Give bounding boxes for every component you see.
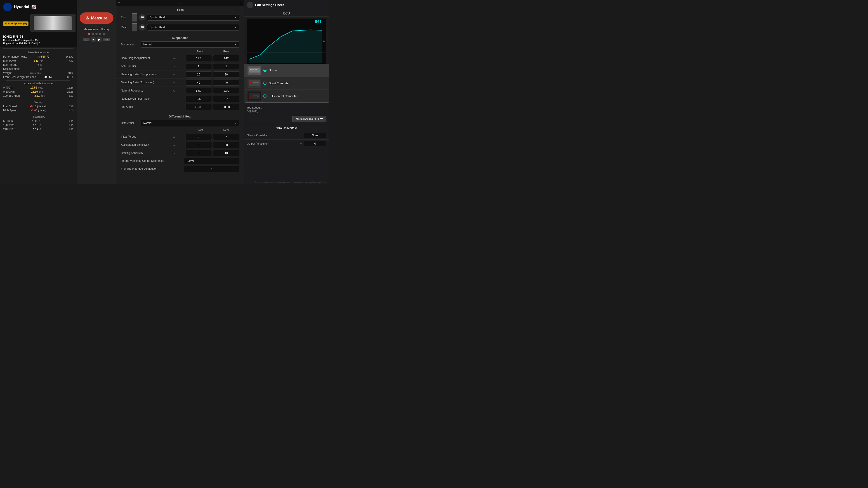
accel-sens-rear[interactable]: 20 bbox=[213, 142, 239, 148]
r400-row: 0-400 m 12.56 sec. 12.56 bbox=[3, 86, 73, 90]
suspension-section-header: Suspension bbox=[116, 34, 244, 40]
front-tire-row: Front SH Sports: Hard ▼ bbox=[116, 12, 244, 22]
neg-camber-rear[interactable]: 1.5 bbox=[213, 96, 239, 102]
warning-icon: ⚠ bbox=[86, 15, 89, 21]
toe-front[interactable]: ↕ 0.00 bbox=[186, 104, 212, 110]
neg-camber-row: Negative Camber Angle ° 0.5 1.5 bbox=[116, 95, 244, 103]
front-tire-select[interactable]: Sports: Hard ▼ bbox=[147, 14, 239, 21]
ecu-option-full[interactable]: Full Control Computer bbox=[244, 90, 329, 102]
body-height-front[interactable]: 142 bbox=[186, 55, 212, 61]
damping-comp-rear[interactable]: 20 bbox=[213, 71, 239, 77]
next-arrow[interactable]: ▶ bbox=[97, 37, 102, 42]
tires-section-header: Tires bbox=[116, 6, 244, 12]
toe-angle-unit: ° bbox=[173, 106, 185, 108]
svg-point-4 bbox=[63, 26, 65, 28]
svg-text:641: 641 bbox=[315, 20, 322, 24]
damping-exp-rear[interactable]: 40 bbox=[213, 79, 239, 86]
accel-sens-label: Acceleration Sensitivity bbox=[121, 143, 173, 147]
anti-roll-rear[interactable]: 1 bbox=[213, 63, 239, 69]
th-param bbox=[121, 50, 174, 53]
accel-sens-front[interactable]: 0 bbox=[186, 142, 212, 148]
body-height-rear[interactable]: 142 bbox=[213, 55, 239, 61]
tvcd-value[interactable]: Normal bbox=[184, 158, 239, 164]
nat-freq-rear[interactable]: 1.80 bbox=[213, 88, 239, 94]
low-speed-extra: -0.15 bbox=[60, 105, 73, 108]
diff-select-row: Differential Normal ▼ bbox=[116, 119, 244, 128]
displacement-value: - cc bbox=[37, 67, 42, 70]
ecu-menu-dots[interactable]: ••• bbox=[247, 2, 253, 8]
stats-section: Base Performance Performance Points PP 5… bbox=[0, 50, 76, 184]
diff-dropdown-arrow: ▼ bbox=[235, 122, 237, 125]
measure-button[interactable]: ⚠ Measure bbox=[80, 12, 114, 24]
prev-arrow[interactable]: ◀ bbox=[91, 37, 96, 42]
ecu-option-normal[interactable]: Normal bbox=[244, 64, 329, 77]
ecu-dropdown-overlay: Normal Sport Computer bbox=[244, 64, 329, 103]
max-power-label: Max Power bbox=[3, 59, 17, 62]
nitrous-output-unit: % bbox=[301, 142, 303, 145]
r100150-row: 100-150 km/h 3.31 sec. 3.31 bbox=[3, 94, 73, 98]
pp-row: Performance Points PP 568.72 568.72 bbox=[3, 55, 73, 59]
neg-camber-front[interactable]: 0.5 bbox=[186, 96, 212, 102]
ecu-option-sport[interactable]: Sport Computer bbox=[244, 77, 329, 90]
meas-dot-2 bbox=[92, 33, 94, 35]
topbar-left-icon: ≡ bbox=[118, 1, 120, 5]
diff-th-front: Front bbox=[187, 129, 213, 132]
brand-name: Hyundai bbox=[14, 5, 29, 9]
r60-value: 1.11 G bbox=[32, 120, 40, 123]
measurement-nav: L1 ◀ ▶ R1 bbox=[83, 37, 110, 42]
suspension-label: Suspension bbox=[121, 43, 139, 46]
svg-point-26 bbox=[250, 95, 252, 97]
rear-tire-select[interactable]: Sports: Hard ▼ bbox=[147, 24, 239, 31]
ecu-top-bar: ••• Edit Settings Sheet bbox=[244, 0, 329, 10]
anti-roll-front[interactable]: 1 bbox=[186, 63, 212, 69]
base-perf-title: Base Performance bbox=[3, 51, 73, 54]
svg-rect-17 bbox=[252, 69, 254, 70]
meas-dot-3 bbox=[95, 33, 98, 35]
r1-label: R1 bbox=[103, 38, 110, 41]
r60-label: 60 km/h bbox=[3, 120, 13, 123]
toe-rear[interactable]: ↕ 0.20 bbox=[213, 104, 239, 110]
th-rear: Rear bbox=[213, 50, 239, 53]
damping-exp-label: Damping Ratio (Expansion) bbox=[121, 81, 173, 85]
nat-freq-front[interactable]: 1.60 bbox=[186, 88, 212, 94]
nitrous-row: Nitrous/Overtake None bbox=[244, 131, 329, 140]
r100150-label: 100-150 km/h bbox=[3, 94, 20, 97]
brake-sens-rear[interactable]: 10 bbox=[213, 150, 239, 156]
init-torque-front[interactable]: 0 bbox=[186, 134, 212, 140]
brand-logo: H bbox=[3, 3, 12, 11]
neg-camber-label: Negative Camber Angle bbox=[121, 97, 173, 101]
accel-perf-title: Acceleration Performance bbox=[3, 82, 73, 85]
max-power-row: Max Power 641 HP 641 bbox=[3, 59, 73, 63]
fr-torque-label: Front/Rear Torque Distribution bbox=[121, 167, 171, 171]
topbar-menu-icon[interactable]: ☰ bbox=[239, 1, 242, 5]
svg-point-1 bbox=[39, 25, 44, 29]
nitrous-value[interactable]: None bbox=[304, 133, 327, 138]
suspension-select-row: Suspension Normal ▼ bbox=[116, 40, 244, 49]
th-unit bbox=[174, 50, 187, 53]
svg-point-2 bbox=[40, 26, 43, 28]
suspension-dropdown[interactable]: Normal ▼ bbox=[141, 41, 239, 48]
fr-torque-value[interactable]: - : - bbox=[184, 166, 239, 172]
displacement-label: Displacement bbox=[3, 67, 20, 70]
damping-exp-front[interactable]: 40 bbox=[186, 79, 212, 86]
ecu-full-label: Full Control Computer bbox=[269, 94, 298, 98]
manual-adj-button[interactable]: Manual Adjustment ••• bbox=[292, 116, 327, 122]
ecu-normal-img bbox=[248, 66, 261, 75]
max-power-extra: 641 bbox=[60, 59, 73, 62]
brake-sens-front[interactable]: 0 bbox=[186, 150, 212, 156]
weight-extra: 4872 bbox=[60, 72, 73, 74]
pp-extra: 568.72 bbox=[60, 55, 73, 58]
high-speed-extra: -1.00 bbox=[60, 109, 73, 112]
rear-tire-badge: SH bbox=[139, 24, 145, 31]
damping-comp-front[interactable]: 20 bbox=[186, 71, 212, 77]
diff-label: Differential bbox=[121, 122, 139, 125]
diff-dropdown[interactable]: Normal ▼ bbox=[141, 120, 239, 126]
nitrous-output-value[interactable]: 0 bbox=[304, 141, 327, 147]
ecu-sport-radio bbox=[264, 82, 267, 85]
divider-rotational bbox=[6, 114, 70, 114]
init-torque-unit: Lv. bbox=[173, 135, 185, 138]
ecu-top-speed-row: Top Speed (A Adjusted) bbox=[244, 105, 329, 114]
init-torque-rear[interactable]: 7 bbox=[213, 134, 239, 140]
stability-title: Stability bbox=[3, 101, 73, 103]
front-tire-badge: SH bbox=[139, 14, 145, 21]
